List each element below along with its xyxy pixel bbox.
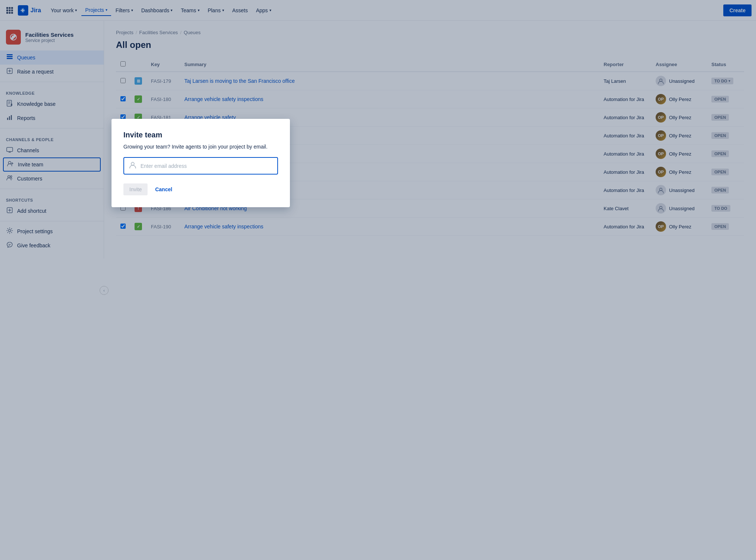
svg-point-42 xyxy=(131,162,134,165)
modal-overlay[interactable]: Invite team Growing your team? Invite ag… xyxy=(0,0,756,560)
cancel-button[interactable]: Cancel xyxy=(152,183,175,195)
user-avatar-icon xyxy=(129,161,137,171)
modal-title: Invite team xyxy=(123,131,278,139)
email-input[interactable] xyxy=(140,163,273,169)
modal-actions: Invite Cancel xyxy=(123,183,278,195)
invite-team-modal: Invite team Growing your team? Invite ag… xyxy=(112,119,290,207)
email-input-wrapper xyxy=(123,157,278,175)
modal-description: Growing your team? Invite agents to join… xyxy=(123,144,278,150)
invite-button[interactable]: Invite xyxy=(123,183,148,195)
